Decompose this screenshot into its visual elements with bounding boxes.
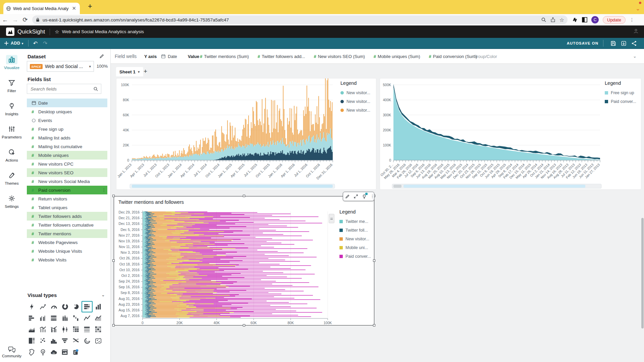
dataset-selector[interactable]: SPICE Web and Social ... ▾ <box>27 61 94 72</box>
field-item-new-visitors-social-media[interactable]: # New visitors Social Media <box>27 177 107 186</box>
visual-type-bar-vertical[interactable] <box>93 301 104 312</box>
visual-type-tree-map[interactable] <box>26 335 37 347</box>
save-icon[interactable] <box>610 41 616 46</box>
contrast-extension-icon[interactable] <box>582 17 587 22</box>
window-scrollbar[interactable] <box>641 218 644 328</box>
product-name[interactable]: QuickSight <box>17 28 45 35</box>
visual-type-combo-clustered[interactable] <box>48 324 59 335</box>
visual-type-combo-bar-line[interactable] <box>37 324 48 335</box>
browser-menu-icon[interactable]: ⋮ <box>630 19 634 21</box>
value-well-field[interactable]: #Twitter followers add... <box>258 54 305 59</box>
add-sheet-button[interactable]: + <box>144 68 147 75</box>
new-tab-button[interactable]: + <box>88 2 92 11</box>
export-icon[interactable] <box>621 41 627 46</box>
legend-item[interactable]: New visitor... <box>340 90 377 95</box>
field-menu-kebab-icon[interactable]: ⋮ <box>102 188 106 192</box>
visual-type-kpi[interactable] <box>37 301 48 312</box>
visual-type-heat-map[interactable] <box>93 324 104 335</box>
visual-type-pivot-table[interactable] <box>70 324 82 335</box>
visual-type-bar-horizontal-stacked[interactable] <box>82 301 93 312</box>
visual-resize-handle[interactable] <box>243 195 245 197</box>
y-axis-well[interactable]: Y axis Date <box>144 49 177 64</box>
visual-new-visitors-area-chart[interactable]: 100K80K60K40K20K0Jan 1, 2013Apr 1, 2013J… <box>116 78 376 190</box>
value-well-field[interactable]: #Mobile uniques (Sum) <box>374 54 420 59</box>
visual-type-image[interactable] <box>59 347 70 358</box>
browser-tab[interactable]: Web and Social Media Analytic ✕ <box>3 3 80 14</box>
area-chart-plot[interactable]: 100K80K60K40K20K0Jan 1, 2013Apr 1, 2013J… <box>116 78 338 190</box>
visual-type-bar-vertical-stacked[interactable] <box>59 312 70 324</box>
field-item-website-unique-visits[interactable]: # Website Unique Visits <box>27 247 107 255</box>
legend-resize-handle[interactable] <box>329 214 334 223</box>
forward-button[interactable]: → <box>10 16 20 23</box>
visual-type-area-line[interactable] <box>93 312 104 324</box>
search-icon[interactable] <box>541 17 546 22</box>
visual-type-area-stacked[interactable] <box>26 324 37 335</box>
sidebar-item-parameters[interactable]: Parameters <box>2 124 21 139</box>
search-fields-input[interactable] <box>30 86 93 92</box>
visual-resize-handle[interactable] <box>243 324 245 326</box>
autosave-toggle[interactable]: AUTOSAVE ON <box>567 41 598 45</box>
legend-item[interactable]: Paid conver... <box>605 99 642 104</box>
visual-type-bar-horizontal-100[interactable] <box>48 312 59 324</box>
user-icon[interactable] <box>633 28 639 35</box>
value-well-field[interactable]: #New visitors SEO (Sum) <box>314 54 365 59</box>
visual-resize-handle[interactable] <box>373 259 375 262</box>
visual-resize-handle[interactable] <box>112 324 115 326</box>
address-bar[interactable]: us-east-1.quicksight.aws.amazon.com/sn/a… <box>32 15 568 24</box>
visual-type-scatter[interactable] <box>37 335 48 347</box>
legend-item[interactable]: Twitter foll... <box>339 228 376 233</box>
visual-type-table[interactable] <box>82 324 93 335</box>
legend-item[interactable]: Mobile uni... <box>339 245 376 250</box>
legend-item[interactable]: New visitor... <box>340 99 377 104</box>
visual-free-signup-area-chart[interactable]: 500K400K300K200K100K0Oct 30, 2...May 26,… <box>380 78 641 190</box>
field-item-mailing-list-cumulative[interactable]: # Mailing list cumulative <box>27 142 107 151</box>
extensions-puzzle-icon[interactable] <box>572 17 578 23</box>
fields-search-box[interactable] <box>27 84 101 94</box>
visual-type-funnel[interactable] <box>59 335 70 347</box>
legend-item[interactable]: Free sign up <box>605 90 642 95</box>
sidebar-item-actions[interactable]: Actions <box>5 147 18 162</box>
field-item-events[interactable]: Events <box>27 116 107 125</box>
visual-type-word-cloud[interactable]: abc <box>48 347 59 358</box>
visual-type-histogram[interactable] <box>48 335 59 347</box>
visual-resize-handle[interactable] <box>112 195 115 197</box>
area-chart2-plot[interactable]: 500K400K300K200K100K0Oct 30, 2...May 26,… <box>380 78 604 190</box>
field-item-twitter-mentions[interactable]: # Twitter mentions <box>27 229 107 238</box>
visual-type-custom-visual[interactable] <box>70 347 82 358</box>
field-item-website-visits[interactable]: # Website Visits <box>27 255 107 264</box>
field-item-free-sign-up[interactable]: # Free sign up <box>27 125 107 133</box>
edit-visual-pencil-icon[interactable] <box>345 194 350 199</box>
value-well-field[interactable]: #Paid conversion (Sum) <box>429 54 477 59</box>
group-color-well[interactable]: Group/Color <box>473 54 497 59</box>
chrome-update-button[interactable]: Update <box>603 16 626 24</box>
legend-item[interactable]: New visitor... <box>339 237 376 241</box>
sidebar-item-visualize[interactable]: Visualize <box>4 55 19 70</box>
visual-type-bar-waterfall[interactable] <box>70 312 82 324</box>
field-item-new-visitors-cpc[interactable]: # New visitors CPC <box>27 160 107 168</box>
visual-type-bar-vertical-grouped[interactable] <box>37 312 48 324</box>
insights-bulb-icon[interactable] <box>362 194 367 199</box>
visual-type-pie[interactable] <box>70 301 82 312</box>
visual-menu-kebab-icon[interactable]: ⋮ <box>370 196 372 197</box>
sidebar-item-themes[interactable]: Themes <box>5 171 19 185</box>
tab-sheet-1[interactable]: Sheet 1▾ <box>116 67 143 76</box>
back-button[interactable]: ← <box>0 16 10 23</box>
share-icon[interactable] <box>550 17 555 22</box>
redo-button[interactable]: ↷ <box>43 40 47 47</box>
profile-avatar[interactable]: C <box>591 16 599 23</box>
visual-resize-handle[interactable] <box>373 324 375 326</box>
visual-type-auto-graph[interactable] <box>26 301 37 312</box>
visual-type-sankey[interactable] <box>70 335 82 347</box>
field-wells-collapse-icon[interactable]: ⌄ <box>633 54 637 59</box>
bar-chart-plot[interactable]: Dec 29, 2016Dec 21, 2016Dec 13, 2016Dec … <box>114 196 335 326</box>
field-item-twitter-followers-adds[interactable]: # Twitter followers adds <box>27 212 107 221</box>
field-item-mailing-list-adds[interactable]: # Mailing list adds <box>27 133 107 142</box>
value-well-field[interactable]: #Twitter mentions (Sum) <box>200 54 249 59</box>
legend-item[interactable]: Twitter me... <box>339 219 376 224</box>
legend-item[interactable]: New visitor... <box>340 108 377 113</box>
visual-type-donut[interactable] <box>59 301 70 312</box>
visual-types-collapse-icon[interactable]: ⌄ <box>101 292 105 297</box>
field-item-website-pageviews[interactable]: # Website Pageviews <box>27 238 107 247</box>
visual-type-insight[interactable] <box>37 347 48 358</box>
share-nodes-icon[interactable] <box>631 41 637 46</box>
